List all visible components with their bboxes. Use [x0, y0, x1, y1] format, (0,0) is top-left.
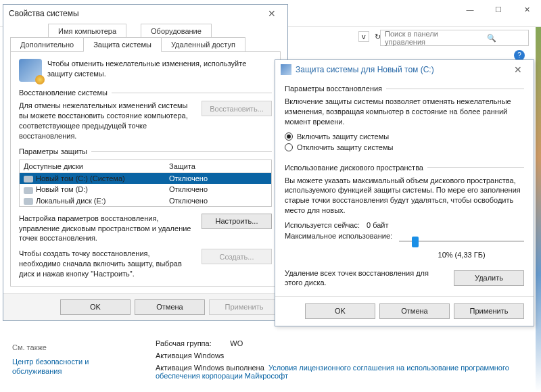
dialog-footer: OK Отмена Применить [275, 296, 534, 326]
tab-advanced[interactable]: Дополнительно [10, 37, 84, 52]
restore-intro: Включение защиты системы позволяет отмен… [285, 97, 524, 127]
apply-button[interactable]: Применить [454, 303, 524, 319]
tab-body: Чтобы отменить нежелательные изменения, … [10, 51, 281, 287]
configure-description: Настройка параметров восстановления, упр… [19, 214, 193, 244]
max-usage-label: Максимальное использование: [285, 232, 392, 241]
disk-usage-label: Использование дискового пространства [285, 164, 423, 172]
cancel-button[interactable]: Отмена [135, 299, 205, 315]
see-also-panel: См. также Центр безопасности и обслужива… [12, 343, 107, 376]
restore-settings-label: Параметры восстановления [285, 84, 382, 93]
radio-dot-icon [285, 132, 293, 141]
used-value: 0 байт [367, 221, 389, 229]
col-drives[interactable]: Доступные диски [20, 160, 165, 172]
dialog-footer: OK Отмена Применить [3, 293, 287, 320]
address-bar-controls: v ↻ [358, 31, 381, 42]
delete-description: Удаление всех точек восстановления для э… [285, 268, 447, 288]
tab-remote[interactable]: Удаленный доступ [161, 37, 245, 52]
radio-disable-protection[interactable]: Отключить защиту системы [285, 143, 524, 151]
search-box[interactable]: Поиск в панели управления 🔍 [380, 30, 529, 46]
shield-icon [19, 59, 42, 82]
table-row[interactable]: Новый том (D:) Отключено [20, 184, 271, 195]
create-description: Чтобы создать точку восстановления, необ… [19, 249, 193, 279]
disk-intro: Вы можете указать максимальный объем дис… [285, 176, 524, 216]
titlebar[interactable]: Свойства системы ✕ [3, 5, 287, 22]
used-label: Используется сейчас: [285, 221, 360, 229]
system-protection-drive-dialog: Защита системы для Новый том (C:) ✕ Пара… [275, 59, 534, 326]
restore-description: Для отмены нежелательных изменений систе… [19, 101, 193, 141]
drives-table: Доступные диски Защита Новый том (C:) (С… [19, 160, 272, 206]
slider-value: 10% (4,33 ГБ) [399, 251, 524, 259]
cancel-button[interactable]: Отмена [379, 303, 450, 319]
drive-icon [24, 198, 33, 205]
table-row[interactable]: Локальный диск (E:) Отключено [20, 195, 271, 206]
ok-button[interactable]: OK [60, 299, 131, 315]
desktop-edge [536, 0, 541, 392]
tab-system-protection[interactable]: Защита системы [83, 37, 162, 52]
see-also-heading: См. также [12, 343, 107, 351]
tab-row-2: Дополнительно Защита системы Удаленный д… [3, 37, 287, 52]
activation-status: Активация Windows выполнена [156, 364, 264, 372]
max-usage-slider[interactable] [399, 235, 524, 248]
create-button[interactable]: Создать... [202, 249, 272, 264]
tab-row-1: Имя компьютера Оборудование [3, 24, 287, 38]
security-center-link[interactable]: Центр безопасности и обслуживания [12, 357, 107, 376]
drive-icon [24, 187, 33, 194]
restore-group-label: Восстановление системы [19, 89, 108, 97]
close-icon[interactable]: ✕ [262, 8, 282, 19]
search-placeholder: Поиск в панели управления [381, 30, 454, 46]
workgroup-label: Рабочая группа: [156, 339, 212, 347]
tab-computer-name[interactable]: Имя компьютера [48, 24, 126, 38]
workgroup-value: WO [230, 339, 243, 347]
path-dropdown[interactable]: v [358, 31, 369, 42]
close-button[interactable]: ✕ [513, 0, 541, 19]
apply-button[interactable]: Применить [209, 299, 279, 315]
close-icon[interactable]: ✕ [508, 64, 528, 75]
col-protection[interactable]: Защита [165, 160, 271, 172]
dialog-title: Свойства системы [9, 9, 262, 18]
protection-group-label: Параметры защиты [19, 147, 87, 155]
minimize-button[interactable]: — [456, 0, 484, 19]
maximize-button[interactable]: ☐ [484, 0, 513, 19]
delete-button[interactable]: Удалить [454, 270, 524, 286]
shield-icon [281, 64, 291, 75]
background-system-info: Рабочая группа: WO Активация Windows Акт… [156, 335, 541, 384]
table-row[interactable]: Новый том (C:) (Система) Отключено [20, 173, 271, 184]
tab-hardware[interactable]: Оборудование [141, 24, 212, 38]
restore-button[interactable]: Восстановить... [202, 101, 272, 116]
dialog-title: Защита системы для Новый том (C:) [296, 65, 508, 74]
search-icon[interactable]: 🔍 [454, 34, 528, 43]
configure-button[interactable]: Настроить... [202, 214, 272, 229]
intro-text: Чтобы отменить нежелательные изменения, … [47, 59, 272, 79]
ok-button[interactable]: OK [305, 303, 375, 319]
radio-dot-icon [285, 143, 293, 151]
activation-heading: Активация Windows [156, 351, 541, 360]
titlebar[interactable]: Защита системы для Новый том (C:) ✕ [275, 60, 534, 79]
drive-icon [24, 176, 33, 182]
system-properties-dialog: Свойства системы ✕ Имя компьютера Оборуд… [3, 4, 288, 321]
radio-enable-protection[interactable]: Включить защиту системы [285, 132, 524, 141]
